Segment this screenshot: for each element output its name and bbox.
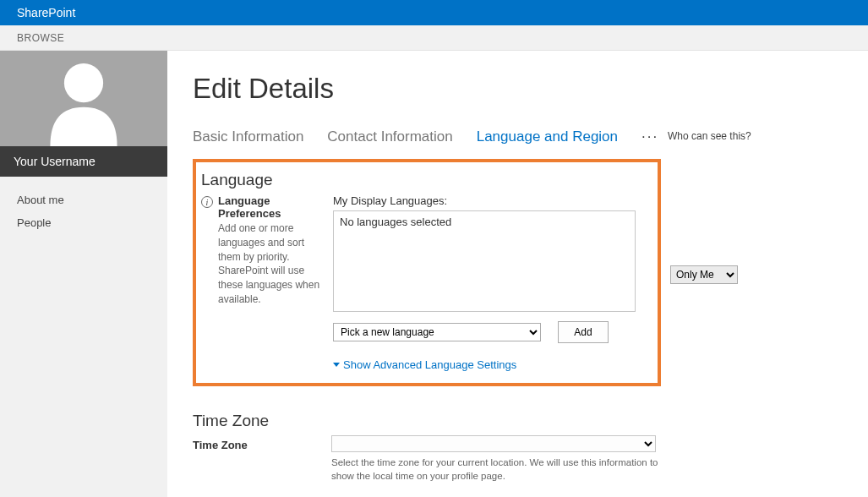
timezone-select[interactable] (331, 435, 656, 452)
avatar (0, 51, 167, 146)
language-pref-desc: Add one or more languages and sort them … (218, 221, 326, 307)
sidebar-item-about-me[interactable]: About me (0, 188, 167, 211)
language-privacy-select[interactable]: Only Me (670, 265, 738, 284)
sidebar-nav: About me People (0, 177, 167, 246)
sidebar: Your Username About me People (0, 51, 167, 497)
more-tabs-icon[interactable]: ··· (641, 128, 658, 145)
pick-language-select[interactable]: Pick a new language (333, 323, 541, 341)
app-title: SharePoint (17, 6, 75, 19)
tab-language-and-region[interactable]: Language and Region (477, 128, 618, 145)
language-header: Language (201, 171, 647, 189)
show-advanced-language-link[interactable]: Show Advanced Language Settings (333, 358, 647, 371)
advanced-link-text: Show Advanced Language Settings (343, 358, 516, 371)
caret-down-icon (333, 363, 340, 367)
timezone-header: Time Zone (193, 412, 681, 430)
language-section-highlight: Language i Language Preferences Add one … (193, 159, 661, 386)
timezone-section: Time Zone Time Zone Select the time zone… (193, 412, 681, 483)
page-title: Edit Details (193, 73, 843, 105)
svg-point-0 (64, 63, 103, 102)
username-label: Your Username (0, 146, 167, 177)
top-bar: SharePoint (0, 0, 868, 25)
browse-tab[interactable]: BROWSE (17, 32, 64, 44)
display-languages-box[interactable]: No languages selected (333, 210, 636, 312)
tab-contact-information[interactable]: Contact Information (327, 128, 452, 145)
display-languages-label: My Display Languages: (333, 194, 647, 207)
who-can-see-label: Who can see this? (668, 130, 843, 142)
info-icon: i (201, 196, 213, 208)
add-language-button[interactable]: Add (558, 321, 609, 343)
sidebar-item-people[interactable]: People (0, 211, 167, 234)
tab-basic-information[interactable]: Basic Information (193, 128, 303, 145)
person-icon (37, 53, 130, 146)
browse-bar: BROWSE (0, 25, 868, 51)
timezone-hint: Select the time zone for your current lo… (331, 456, 669, 483)
language-pref-title: Language Preferences (218, 194, 326, 220)
timezone-label: Time Zone (193, 439, 325, 451)
main-content: Edit Details Basic Information Contact I… (167, 51, 868, 497)
